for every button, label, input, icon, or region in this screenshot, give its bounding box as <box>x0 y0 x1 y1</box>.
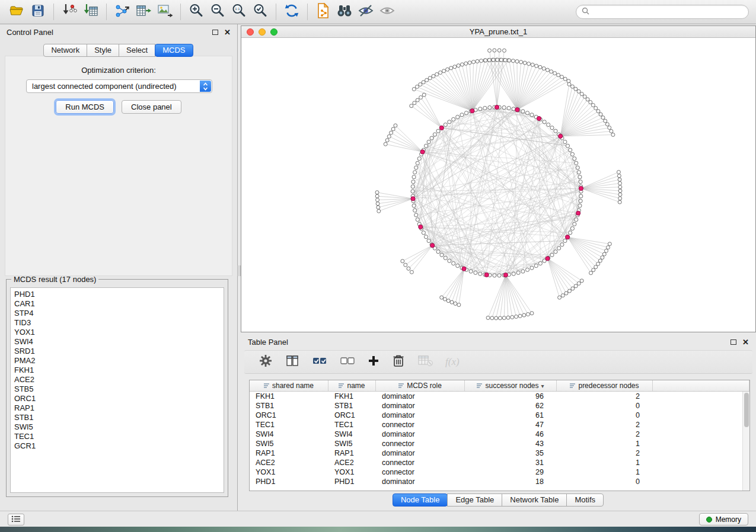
save-session-button[interactable] <box>27 2 49 22</box>
mcds-result-item[interactable]: PMA2 <box>14 356 224 366</box>
sort-indicator-icon: ▾ <box>541 383 544 389</box>
find-button[interactable] <box>334 2 355 22</box>
table-row[interactable]: STB1STB1dominator620 <box>250 401 742 411</box>
column-header-predecessor-nodes[interactable]: predecessor nodes <box>557 380 653 391</box>
close-table-panel-icon[interactable]: ✕ <box>742 338 749 346</box>
table-cell: 0 <box>557 402 653 410</box>
table-cell: SWI5 <box>250 440 328 448</box>
select-all-columns-button[interactable] <box>312 354 327 370</box>
mcds-result-item[interactable]: SRD1 <box>14 347 224 356</box>
open-session-button[interactable] <box>6 2 27 22</box>
mcds-result-item[interactable]: ACE2 <box>14 375 224 384</box>
tab-style[interactable]: Style <box>87 44 119 57</box>
show-details-button[interactable] <box>377 2 398 22</box>
search-input[interactable] <box>593 7 743 17</box>
close-panel-icon[interactable]: ✕ <box>224 28 231 36</box>
table-row[interactable]: TEC1TEC1connector472 <box>250 420 742 430</box>
column-header-shared-name[interactable]: shared name <box>250 380 328 391</box>
table-row[interactable]: SWI5SWI5connector431 <box>250 439 742 448</box>
float-panel-button[interactable] <box>212 30 218 35</box>
import-table-button[interactable] <box>80 2 101 22</box>
mcds-result-item[interactable]: GCR1 <box>14 441 224 451</box>
table-cell: ORC1 <box>250 411 328 419</box>
column-header-MCDS-role[interactable]: MCDS role <box>376 380 465 391</box>
table-row[interactable]: RAP1RAP1dominator352 <box>250 448 742 458</box>
table-scrollbar[interactable] <box>742 392 749 491</box>
zoom-out-icon <box>209 2 226 21</box>
table-cell: 1 <box>557 440 653 448</box>
mcds-result-item[interactable]: CAR1 <box>14 299 224 309</box>
mcds-result-item[interactable]: STB1 <box>14 413 224 422</box>
zoom-in-button[interactable] <box>186 2 207 22</box>
import-network-button[interactable] <box>59 2 80 22</box>
table-cell: connector <box>376 468 465 476</box>
panel-toggle-button[interactable] <box>8 514 24 525</box>
table-cell: 1 <box>557 468 653 476</box>
scrollbar-thumb[interactable] <box>744 393 749 427</box>
select-stepper-icon <box>200 81 211 92</box>
window-minimize-button[interactable] <box>259 28 266 36</box>
run-mcds-button[interactable]: Run MCDS <box>56 100 114 114</box>
table-cell: 1 <box>557 459 653 467</box>
close-panel-button[interactable]: Close panel <box>122 100 181 114</box>
mcds-result-item[interactable]: YOX1 <box>14 328 224 337</box>
memory-button[interactable]: Memory <box>699 513 748 525</box>
eye-icon <box>378 4 396 20</box>
mcds-result-item[interactable]: SWI5 <box>14 422 224 432</box>
table-cell: FKH1 <box>328 392 376 400</box>
mcds-result-item[interactable]: STP4 <box>14 309 224 318</box>
mcds-result-item[interactable]: FKH1 <box>14 366 224 375</box>
network-window-titlebar[interactable]: YPA_prune.txt_1 <box>241 26 755 38</box>
share-document-button[interactable] <box>312 2 334 22</box>
delete-column-button[interactable] <box>392 354 405 370</box>
tab-network[interactable]: Network <box>43 44 87 57</box>
column-header-successor-nodes[interactable]: successor nodes▾ <box>465 380 557 391</box>
table-row[interactable]: FKH1FKH1dominator962 <box>250 392 742 401</box>
tab-select[interactable]: Select <box>119 44 155 57</box>
select-value: largest connected component (undirected) <box>32 82 177 91</box>
table-header-row: shared namenameMCDS rolesuccessor nodes▾… <box>250 380 749 392</box>
export-network-button[interactable] <box>111 2 133 22</box>
tab-node-table[interactable]: Node Table <box>393 493 448 507</box>
export-image-button[interactable] <box>154 2 176 22</box>
export-table-button[interactable] <box>133 2 154 22</box>
table-row[interactable]: YOX1YOX1connector291 <box>250 467 742 477</box>
window-zoom-button[interactable] <box>270 28 277 36</box>
zoom-in-icon <box>188 2 205 21</box>
zoom-fit-button[interactable]: 1:1 <box>228 2 250 22</box>
tab-motifs[interactable]: Motifs <box>566 493 604 507</box>
table-cell: dominator <box>376 402 465 410</box>
mcds-result-item[interactable]: TEC1 <box>14 432 224 441</box>
mcds-result-item[interactable]: RAP1 <box>14 403 224 413</box>
mcds-result-item[interactable]: PHD1 <box>14 290 224 299</box>
tab-network-table[interactable]: Network Table <box>502 493 567 507</box>
column-header-name[interactable]: name <box>328 380 376 391</box>
window-close-button[interactable] <box>247 28 254 36</box>
import-table-icon <box>82 2 99 21</box>
table-settings-button[interactable] <box>259 354 273 370</box>
table-cell: TEC1 <box>328 421 376 429</box>
toggle-columns-button[interactable] <box>285 354 299 370</box>
float-table-panel-button[interactable] <box>731 339 736 345</box>
mcds-result-item[interactable]: SWI4 <box>14 337 224 347</box>
hide-details-button[interactable] <box>355 2 377 22</box>
tab-edge-table[interactable]: Edge Table <box>447 493 502 507</box>
table-row[interactable]: ORC1ORC1dominator610 <box>250 411 742 420</box>
table-cell: PHD1 <box>328 477 376 486</box>
apply-layout-button[interactable] <box>281 2 302 22</box>
table-row[interactable]: PHD1PHD1dominator180 <box>250 477 742 486</box>
add-column-button[interactable] <box>368 355 379 369</box>
table-row[interactable]: SWI4SWI4dominator462 <box>250 430 742 439</box>
zoom-out-button[interactable] <box>207 2 228 22</box>
table-toolbar: f(x) <box>244 350 752 374</box>
table-cell: 46 <box>465 430 557 438</box>
table-row[interactable]: ACE2ACE2connector311 <box>250 458 742 467</box>
mcds-result-item[interactable]: ORC1 <box>14 394 224 403</box>
mcds-result-item[interactable]: TID3 <box>14 318 224 328</box>
network-canvas[interactable] <box>241 38 755 332</box>
tab-mcds[interactable]: MCDS <box>155 44 193 57</box>
zoom-selected-button[interactable] <box>250 2 271 22</box>
mcds-result-item[interactable]: STB5 <box>14 384 224 394</box>
optimization-criterion-select[interactable]: largest connected component (undirected) <box>26 79 212 93</box>
deselect-all-columns-button[interactable] <box>340 354 355 370</box>
